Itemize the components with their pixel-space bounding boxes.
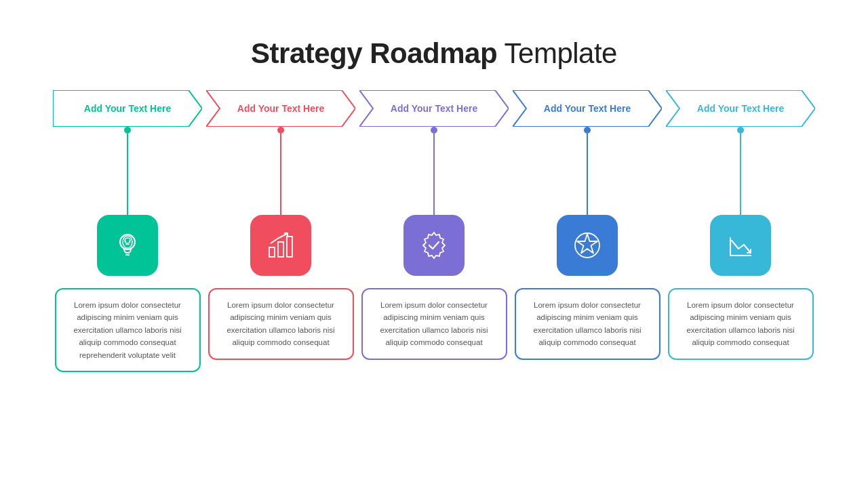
step-4: Add Your Text Here Lorem ipsum dolor con… xyxy=(511,90,664,360)
step-5-label: Add Your Text Here xyxy=(684,103,797,115)
step-4-desc: Lorem ipsum dolor consectetur adipiscing… xyxy=(515,288,660,360)
step-1-label: Add Your Text Here xyxy=(71,103,184,115)
roadmap-container: Add Your Text Here xyxy=(0,90,868,372)
step-4-icon-box xyxy=(557,215,618,276)
step-1-connector xyxy=(127,134,128,215)
svg-point-10 xyxy=(129,241,130,242)
step-1-dot xyxy=(124,127,131,134)
step-3-icon-box xyxy=(403,215,465,276)
step-3-arrow: Add Your Text Here xyxy=(359,90,509,127)
page-title: Strategy Roadmap Template xyxy=(251,37,617,70)
svg-rect-12 xyxy=(269,247,275,257)
svg-line-7 xyxy=(132,237,133,238)
step-3-dot xyxy=(431,127,437,134)
svg-point-17 xyxy=(575,233,599,258)
chart-icon xyxy=(264,228,298,262)
step-4-arrow: Add Your Text Here xyxy=(513,90,662,127)
step-2: Add Your Text Here Lorem ipsum dolor con… xyxy=(204,90,357,360)
step-3-desc: Lorem ipsum dolor consectetur adipiscing… xyxy=(361,288,507,360)
step-3-label: Add Your Text Here xyxy=(377,103,491,115)
step-5-desc: Lorem ipsum dolor consectetur adipiscing… xyxy=(668,288,814,360)
step-5-arrow: Add Your Text Here xyxy=(666,90,815,127)
step-2-desc: Lorem ipsum dolor consectetur adipiscing… xyxy=(208,288,354,360)
step-1-desc: Lorem ipsum dolor consectetur adipiscing… xyxy=(55,288,201,372)
step-2-dot xyxy=(277,127,284,134)
step-5: Add Your Text Here Lorem ipsum dolor con… xyxy=(664,90,817,360)
svg-point-9 xyxy=(125,241,126,242)
idea-icon xyxy=(111,228,144,262)
step-5-connector xyxy=(740,134,741,215)
decline-icon xyxy=(724,228,757,262)
step-1-icon-box xyxy=(97,215,158,276)
step-5-dot xyxy=(737,127,744,134)
step-4-label: Add Your Text Here xyxy=(530,103,644,115)
svg-rect-13 xyxy=(278,242,283,257)
step-3-connector xyxy=(433,134,435,215)
step-2-label: Add Your Text Here xyxy=(224,103,338,115)
svg-line-6 xyxy=(123,237,124,238)
svg-rect-14 xyxy=(287,237,292,257)
step-3: Add Your Text Here Lorem ipsum dolor con… xyxy=(357,90,511,360)
step-1-arrow: Add Your Text Here xyxy=(53,90,202,127)
step-5-icon-box xyxy=(710,215,771,276)
step-4-dot xyxy=(584,127,591,134)
step-4-connector xyxy=(587,134,588,215)
svg-point-4 xyxy=(125,238,130,243)
badge-icon xyxy=(417,228,451,262)
step-2-arrow: Add Your Text Here xyxy=(206,90,355,127)
step-2-connector xyxy=(280,134,281,215)
step-2-icon-box xyxy=(250,215,311,276)
step-1: Add Your Text Here xyxy=(51,90,204,372)
star-icon xyxy=(570,228,604,262)
